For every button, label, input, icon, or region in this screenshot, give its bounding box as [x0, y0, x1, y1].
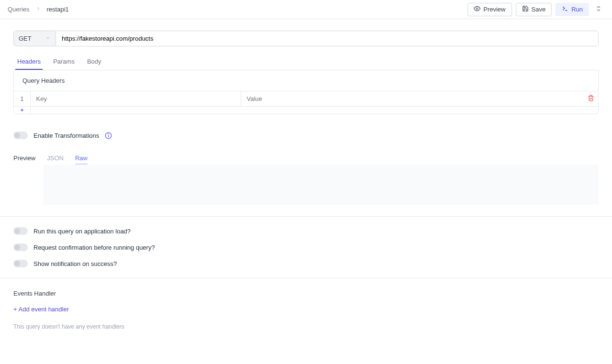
tab-headers[interactable]: Headers [15, 54, 43, 70]
header-value-input[interactable] [241, 91, 584, 106]
result-tabs: Preview JSON Raw [13, 154, 599, 165]
headers-panel: Query Headers 1 [13, 70, 599, 114]
run-button[interactable]: Run [556, 3, 589, 16]
result-tab-json[interactable]: JSON [47, 154, 64, 164]
headers-panel-title: Query Headers [14, 70, 598, 91]
breadcrumb: Queries restapi1 [8, 6, 69, 13]
chevron-right-icon [35, 6, 41, 13]
svg-point-6 [108, 134, 109, 134]
headers-table: 1 [14, 91, 598, 114]
preview-button[interactable]: Preview [467, 3, 512, 16]
confirm-toggle[interactable] [13, 243, 28, 251]
add-header-row [14, 107, 598, 114]
save-button-label: Save [532, 6, 546, 13]
topbar-actions: Preview Save Run [467, 3, 604, 16]
notify-toggle[interactable] [13, 260, 28, 267]
run-on-load-toggle[interactable] [13, 227, 28, 235]
header-row: 1 [14, 91, 598, 107]
run-on-load-row: Run this query on application load? [13, 227, 599, 235]
notify-label: Show notification on success? [33, 260, 117, 267]
topbar: Queries restapi1 Preview Save Run [0, 0, 612, 19]
result-tab-preview[interactable]: Preview [13, 154, 35, 164]
confirm-row: Request confirmation before running quer… [13, 243, 599, 251]
collapse-button[interactable] [593, 4, 604, 15]
result-tab-raw[interactable]: Raw [75, 154, 88, 165]
events-section: Events Handler + Add event handler This … [13, 278, 599, 342]
plus-icon [20, 107, 24, 114]
header-key-input[interactable] [31, 91, 241, 106]
preview-button-label: Preview [483, 6, 505, 13]
breadcrumb-current: restapi1 [47, 6, 69, 13]
add-event-handler-link[interactable]: + Add event handler [13, 306, 599, 313]
empty-handlers-text: This query doesn't have any event handle… [13, 323, 599, 330]
svg-point-0 [477, 8, 478, 10]
events-title: Events Handler [13, 290, 599, 297]
trash-icon [588, 96, 594, 103]
notify-row: Show notification on success? [13, 260, 599, 267]
url-row: GET [13, 31, 599, 46]
eye-icon [474, 5, 480, 13]
transformations-toggle[interactable] [13, 132, 28, 139]
method-select[interactable]: GET [14, 31, 56, 46]
row-number: 1 [14, 91, 30, 107]
result-panel [43, 165, 599, 205]
confirm-label: Request confirmation before running quer… [33, 244, 155, 251]
chevron-down-icon [45, 35, 51, 42]
run-on-load-label: Run this query on application load? [33, 228, 131, 235]
main: GET Headers Params Body Query Headers 1 [0, 19, 612, 353]
tab-body[interactable]: Body [85, 54, 103, 70]
delete-row-button[interactable] [584, 91, 598, 107]
breadcrumb-root[interactable]: Queries [8, 6, 30, 13]
terminal-icon [562, 5, 568, 13]
save-button[interactable]: Save [516, 3, 552, 16]
chevrons-vertical-icon [595, 5, 602, 13]
save-icon [522, 5, 529, 13]
add-header-button[interactable] [14, 107, 30, 114]
request-tabs: Headers Params Body [13, 54, 599, 70]
transformations-label: Enable Transformations [33, 132, 99, 139]
transformations-row: Enable Transformations [13, 123, 599, 148]
url-input[interactable] [56, 31, 598, 46]
tab-params[interactable]: Params [51, 54, 77, 70]
options-section: Run this query on application load? Requ… [13, 217, 599, 278]
info-icon[interactable] [105, 132, 112, 139]
method-value: GET [19, 35, 32, 42]
run-button-label: Run [571, 6, 583, 13]
